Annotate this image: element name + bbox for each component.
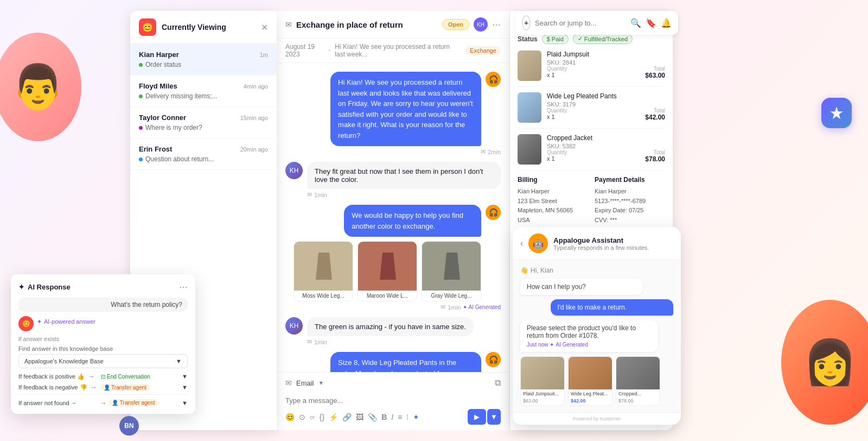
item-sku-3: SKU: 5382 (547, 143, 665, 149)
agent-bubble-1: Hi Kian! We see you processed a return l… (330, 72, 481, 146)
msg-time-2: ✉ 1min (307, 191, 501, 198)
conv-time-floyd: 4min ago (244, 83, 268, 90)
attachment-icon[interactable]: 📎 (368, 413, 377, 421)
msg-time-4: ✉ 1min (307, 338, 474, 345)
copy-icon[interactable]: ⧉ (495, 378, 501, 388)
billing-section: Billing Kian Harper 123 Elm Street Maple… (518, 176, 665, 225)
item-qty-1: x 1 (547, 72, 567, 78)
ai-popup-more-icon[interactable]: ⋯ (179, 282, 188, 292)
link-icon[interactable]: 🔗 (342, 413, 352, 421)
conv-item-erin[interactable]: Erin Frost 20min ago Question about retu… (130, 138, 277, 170)
item-total-label-2: Total (645, 108, 665, 114)
item-total-3: $78.00 (645, 155, 665, 163)
message-2: KH They fit great but now that I see the… (285, 162, 501, 198)
mini-card-name-1: Plaid Jumpsuit... (521, 389, 564, 398)
customer-bubble-2: The green is amazing - if you have in sa… (307, 317, 474, 336)
send-dropdown-button[interactable]: ▼ (487, 409, 501, 425)
product-card-gray[interactable]: Gray Wide Leg... (422, 241, 481, 301)
add-icon[interactable]: + (522, 15, 531, 30)
search-input[interactable] (535, 19, 626, 27)
conv-name-floyd: Floyd Miles (139, 82, 177, 90)
more-options-icon[interactable]: ⋯ (492, 20, 501, 30)
conv-name-taylor: Taylor Conner (139, 114, 186, 122)
item-sku-1: SKU: 2841 (547, 59, 665, 66)
sparkle-tool-icon[interactable]: ✦ (413, 413, 419, 421)
product-card-maroon[interactable]: Maroon Wide L... (358, 241, 417, 301)
mini-card-price-2: $42.00 (569, 398, 612, 405)
conv-preview-kian: Order status (139, 61, 268, 68)
chat-channel: Email (296, 379, 314, 387)
item-name-3: Cropped Jacket (547, 134, 665, 142)
bell-icon[interactable]: 🔔 (661, 18, 672, 28)
bold-icon[interactable]: B (381, 413, 387, 421)
conv-item-kian[interactable]: Kian Harper 1m Order status (130, 44, 277, 75)
mini-card-price-3: $78.00 (616, 398, 660, 405)
code-icon[interactable]: {} (320, 413, 324, 421)
bookmark-icon[interactable]: 🔖 (646, 18, 656, 28)
ai-logo-icon: 😊 (18, 316, 34, 331)
email-channel-icon: ✉ (285, 379, 292, 387)
ai-answer-label: ✦ AI-powered answer (37, 318, 95, 325)
user-avatar[interactable]: BN (119, 416, 139, 436)
search-icon[interactable]: 🔍 (630, 18, 641, 28)
item-thumb-2 (518, 92, 541, 123)
positive-dropdown-icon[interactable]: ▼ (182, 373, 188, 380)
knowledge-dropdown-icon[interactable]: ▼ (176, 358, 182, 364)
order-item-3: Cropped Jacket SKU: 5382 Quantity x 1 To… (518, 134, 665, 171)
channel-dropdown-icon[interactable]: ▼ (318, 380, 324, 386)
product-card-moss[interactable]: Moss Wide Leg... (293, 241, 353, 301)
ai-popup-title: ✦ AI Response (18, 283, 71, 291)
customer-chat-popup: ‹ 🤖 Appalogue Assistant Typically respon… (513, 227, 681, 425)
product-label-gray: Gray Wide Leg... (422, 291, 481, 301)
item-thumb-3 (518, 134, 541, 165)
list-icon[interactable]: ≡ (398, 413, 402, 421)
sparkle-button[interactable] (821, 98, 852, 128)
emoji-icon[interactable]: 😊 (285, 413, 295, 421)
billing-address: Kian Harper 123 Elm Street Mapleton, MN … (518, 187, 588, 225)
product-img-moss (294, 242, 353, 291)
end-conv-tag: ⊡ End Conversation (98, 373, 153, 380)
agent-avatar-3: 🎧 (486, 352, 501, 367)
chat-input[interactable] (285, 392, 501, 409)
mini-card-2[interactable]: Wide Leg Pleat... $42.00 (568, 356, 612, 406)
shortcut-icon[interactable]: ⚡ (329, 413, 338, 421)
negative-dropdown-icon[interactable]: ▼ (182, 384, 188, 390)
mini-card-3[interactable]: Cropped... $78.00 (616, 356, 660, 406)
item-info-1: Plaid Jumpsuit SKU: 2841 Quantity x 1 To… (547, 51, 665, 81)
image-icon[interactable]: 🖼 (356, 413, 363, 421)
message-3: We would be happy to help you find anoth… (285, 205, 501, 311)
payment-title: Payment Details (595, 176, 665, 184)
chat-date: August 19 2023 (285, 43, 324, 58)
agent-response-bubble: Please select the product you'd like to … (520, 320, 658, 352)
if-label: if answer exists (18, 336, 188, 342)
product-mini-cards: Plaid Jumpsuit... $63.00 Wide Leg Pleat.… (520, 356, 673, 406)
item-info-2: Wide Leg Pleated Pants SKU: 3179 Quantit… (547, 92, 665, 123)
email-icon: ✉ (285, 20, 292, 29)
item-total-label-3: Total (645, 149, 665, 155)
item-total-2: $42.00 (645, 114, 665, 121)
customer-avatar-2: KH (285, 317, 303, 335)
message-5: Size 8, Wide Leg Pleated Pants in the co… (285, 352, 501, 372)
back-icon[interactable]: ‹ (520, 238, 523, 248)
close-button[interactable]: ✕ (261, 22, 268, 33)
msg-time-1: ✉ 2min (481, 148, 501, 155)
at-icon[interactable]: ⊙ (299, 413, 305, 421)
conv-time-kian: 1m (260, 52, 268, 58)
mini-card-1[interactable]: Plaid Jumpsuit... $63.00 (520, 356, 565, 406)
ai-popup-footer: If answer not found → → 👤 Transfer agent… (18, 394, 188, 406)
italic-icon[interactable]: I (391, 413, 393, 421)
conv-item-floyd[interactable]: Floyd Miles 4min ago Delivery missing it… (130, 75, 277, 107)
chat-sub-header: August 19 2023 • Hi Kian! We see you pro… (277, 39, 509, 63)
chat-messages: Hi Kian! We see you processed a return l… (277, 63, 509, 372)
left-human-photo: 👨 (0, 33, 81, 141)
flow-negative: If feedback is negative 👎 → 👤 Transfer a… (18, 383, 188, 391)
knowledge-row: Appalogue's Knowledge Base ▼ (18, 354, 188, 368)
customer-avatar-1: KH (285, 162, 303, 179)
not-found-dropdown-icon[interactable]: ▼ (182, 400, 188, 406)
item-qty-label-3: Quantity (547, 149, 567, 155)
order-item-1: Plaid Jumpsuit SKU: 2841 Quantity x 1 To… (518, 51, 665, 87)
message-1: Hi Kian! We see you processed a return l… (285, 72, 501, 155)
conv-item-taylor[interactable]: Taylor Conner 15min ago Where is my orde… (130, 107, 277, 138)
send-button[interactable]: ▶ (468, 409, 486, 425)
bullet-icon[interactable]: ⁝ (406, 413, 409, 421)
